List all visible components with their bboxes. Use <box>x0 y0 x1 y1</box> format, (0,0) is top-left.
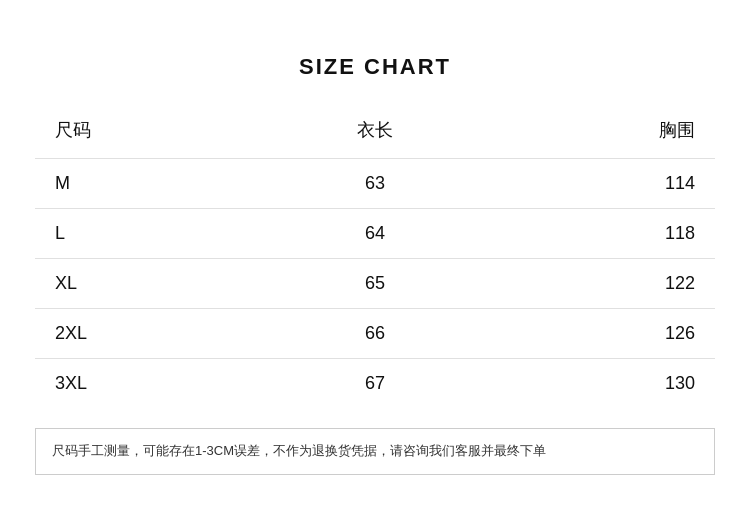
cell-length: 63 <box>259 159 490 209</box>
cell-chest: 118 <box>491 209 715 259</box>
cell-length: 65 <box>259 259 490 309</box>
cell-length: 66 <box>259 309 490 359</box>
cell-chest: 122 <box>491 259 715 309</box>
col-header-size: 尺码 <box>35 110 259 159</box>
cell-length: 67 <box>259 359 490 409</box>
table-header-row: 尺码 衣长 胸围 <box>35 110 715 159</box>
col-header-chest: 胸围 <box>491 110 715 159</box>
size-chart-container: SIZE CHART 尺码 衣长 胸围 M63114L64118XL651222… <box>25 34 725 495</box>
cell-chest: 130 <box>491 359 715 409</box>
table-row: L64118 <box>35 209 715 259</box>
page-title: SIZE CHART <box>35 54 715 80</box>
size-table: 尺码 衣长 胸围 M63114L64118XL651222XL661263XL6… <box>35 110 715 408</box>
cell-size: XL <box>35 259 259 309</box>
table-row: M63114 <box>35 159 715 209</box>
note-box: 尺码手工测量，可能存在1-3CM误差，不作为退换货凭据，请咨询我们客服并最终下单 <box>35 428 715 475</box>
cell-size: 3XL <box>35 359 259 409</box>
cell-size: L <box>35 209 259 259</box>
cell-chest: 126 <box>491 309 715 359</box>
col-header-length: 衣长 <box>259 110 490 159</box>
cell-chest: 114 <box>491 159 715 209</box>
table-row: XL65122 <box>35 259 715 309</box>
table-row: 2XL66126 <box>35 309 715 359</box>
table-row: 3XL67130 <box>35 359 715 409</box>
cell-size: 2XL <box>35 309 259 359</box>
cell-length: 64 <box>259 209 490 259</box>
cell-size: M <box>35 159 259 209</box>
